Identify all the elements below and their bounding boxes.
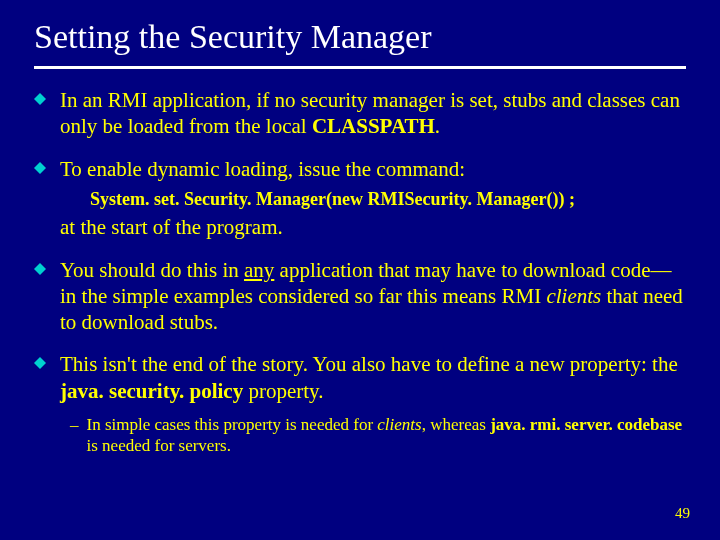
- bullet-text: This isn't the end of the story. You als…: [60, 351, 686, 456]
- text-bold: java. rmi. server. codebase: [490, 415, 682, 434]
- text-bold: java. security. policy: [60, 379, 243, 403]
- diamond-bullet-icon: [34, 357, 46, 369]
- text: In simple cases this property is needed …: [87, 415, 378, 434]
- text: You should do this in: [60, 258, 244, 282]
- text-underline: any: [244, 258, 274, 282]
- text: .: [435, 114, 440, 138]
- diamond-bullet-icon: [34, 162, 46, 174]
- list-item: In an RMI application, if no security ma…: [34, 87, 686, 140]
- code-line: System. set. Security. Manager(new RMISe…: [90, 188, 686, 211]
- text: is needed for servers.: [87, 436, 231, 455]
- dash-bullet-icon: –: [70, 414, 79, 435]
- bullet-list: In an RMI application, if no security ma…: [34, 87, 686, 456]
- list-item: You should do this in any application th…: [34, 257, 686, 336]
- sub-text: In simple cases this property is needed …: [87, 414, 687, 457]
- svg-marker-2: [34, 263, 46, 275]
- text-bold: CLASSPATH: [312, 114, 435, 138]
- text: To enable dynamic loading, issue the com…: [60, 156, 686, 182]
- list-item: This isn't the end of the story. You als…: [34, 351, 686, 456]
- sub-list-item: – In simple cases this property is neede…: [70, 414, 686, 457]
- svg-marker-0: [34, 93, 46, 105]
- diamond-bullet-icon: [34, 93, 46, 105]
- bullet-text: You should do this in any application th…: [60, 257, 686, 336]
- list-item: To enable dynamic loading, issue the com…: [34, 156, 686, 241]
- bullet-text: In an RMI application, if no security ma…: [60, 87, 686, 140]
- text: at the start of the program.: [60, 214, 686, 240]
- slide-title: Setting the Security Manager: [34, 18, 686, 56]
- text: This isn't the end of the story. You als…: [60, 352, 678, 376]
- svg-marker-3: [34, 357, 46, 369]
- sub-list: – In simple cases this property is neede…: [60, 414, 686, 457]
- bullet-text: To enable dynamic loading, issue the com…: [60, 156, 686, 241]
- title-underline: [34, 66, 686, 69]
- page-number: 49: [675, 505, 690, 522]
- text: property.: [243, 379, 323, 403]
- svg-marker-1: [34, 162, 46, 174]
- text-italic: clients: [546, 284, 601, 308]
- diamond-bullet-icon: [34, 263, 46, 275]
- text-italic: clients: [377, 415, 421, 434]
- text: , whereas: [422, 415, 490, 434]
